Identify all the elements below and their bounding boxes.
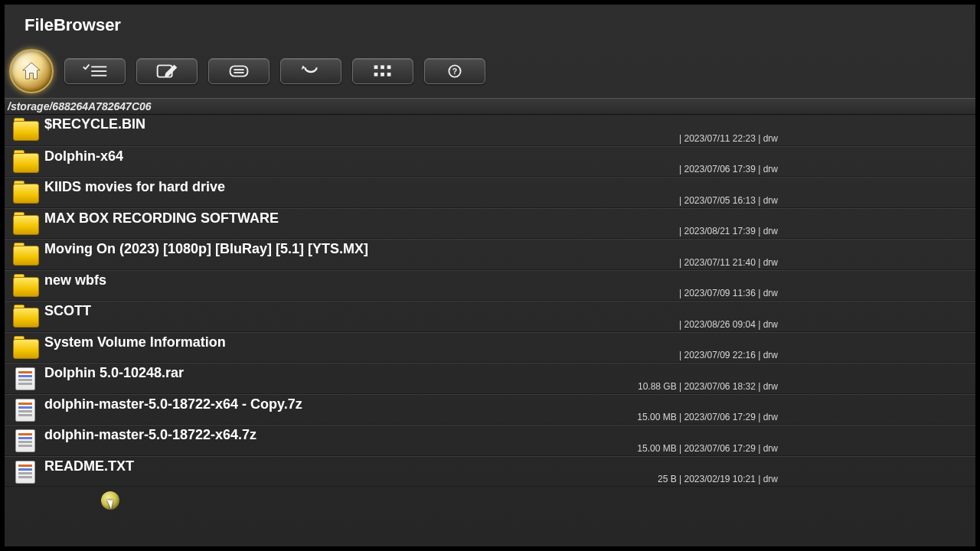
folder-row[interactable]: Dolphin-x64| 2023/07/06 17:39 | drw bbox=[5, 146, 975, 178]
item-meta: | 2023/07/11 21:40 | drw bbox=[472, 257, 778, 268]
folder-row[interactable]: KIIDS movies for hard drive| 2023/07/05 … bbox=[5, 177, 975, 208]
folder-icon bbox=[11, 115, 40, 145]
svg-rect-12 bbox=[387, 73, 391, 77]
folder-icon bbox=[11, 333, 40, 364]
app-title: FileBrowser bbox=[5, 5, 975, 49]
folder-icon bbox=[11, 240, 40, 270]
item-meta: 25 B | 2023/02/19 10:21 | drw bbox=[472, 474, 778, 484]
folder-icon bbox=[11, 147, 40, 178]
svg-rect-8 bbox=[381, 65, 384, 69]
item-meta: 15.00 MB | 2023/07/06 17:29 | drw bbox=[472, 412, 778, 422]
select-mode-button[interactable] bbox=[64, 58, 126, 84]
help-icon: ? bbox=[440, 63, 469, 80]
details-icon bbox=[224, 63, 253, 80]
svg-rect-10 bbox=[374, 73, 378, 77]
item-meta: 15.00 MB | 2023/07/06 17:29 | drw bbox=[472, 443, 778, 454]
folder-row[interactable]: SCOTT| 2023/08/26 09:04 | drw bbox=[5, 301, 975, 332]
item-meta: | 2023/07/09 22:16 | drw bbox=[472, 350, 778, 360]
file-row[interactable]: dolphin-master-5.0-18722-x64.7z15.00 MB … bbox=[5, 425, 975, 456]
back-icon bbox=[296, 63, 325, 80]
folder-row[interactable]: MAX BOX RECORDING SOFTWARE| 2023/08/21 1… bbox=[5, 208, 975, 240]
item-name: README.TXT bbox=[40, 457, 975, 474]
svg-rect-9 bbox=[387, 65, 391, 69]
folder-icon bbox=[11, 302, 40, 332]
details-button[interactable] bbox=[208, 58, 270, 84]
file-icon bbox=[11, 395, 40, 425]
svg-rect-7 bbox=[374, 65, 378, 69]
file-icon bbox=[11, 364, 40, 394]
file-row[interactable]: Dolphin 5.0-10248.rar10.88 GB | 2023/07/… bbox=[5, 363, 975, 394]
file-icon bbox=[11, 457, 40, 487]
toolbar: ? bbox=[5, 49, 975, 98]
folder-row[interactable]: System Volume Information| 2023/07/09 22… bbox=[5, 332, 975, 364]
item-name: $RECYCLE.BIN bbox=[40, 115, 975, 132]
svg-rect-4 bbox=[230, 66, 248, 76]
home-button[interactable] bbox=[9, 49, 54, 93]
folder-row[interactable]: Moving On (2023) [1080p] [BluRay] [5.1] … bbox=[5, 239, 975, 270]
checklist-icon bbox=[80, 63, 109, 80]
item-name: SCOTT bbox=[40, 302, 975, 319]
folder-row[interactable]: new wbfs| 2023/07/09 11:36 | drw bbox=[5, 270, 975, 302]
item-meta: 10.88 GB | 2023/07/06 18:32 | drw bbox=[472, 381, 778, 392]
item-name: new wbfs bbox=[40, 271, 975, 289]
folder-row[interactable]: $RECYCLE.BIN| 2023/07/11 22:23 | drw bbox=[5, 115, 975, 146]
file-list[interactable]: $RECYCLE.BIN| 2023/07/11 22:23 | drwDolp… bbox=[5, 115, 975, 487]
item-meta: | 2023/08/26 09:04 | drw bbox=[472, 319, 778, 330]
edit-icon bbox=[152, 63, 181, 80]
item-name: KIIDS movies for hard drive bbox=[40, 178, 975, 195]
item-meta: | 2023/08/21 17:39 | drw bbox=[472, 226, 778, 236]
mouse-cursor bbox=[101, 491, 119, 510]
item-meta: | 2023/07/06 17:39 | drw bbox=[472, 164, 778, 174]
svg-rect-11 bbox=[381, 73, 384, 77]
item-name: dolphin-master-5.0-18722-x64.7z bbox=[40, 425, 975, 443]
item-name: MAX BOX RECORDING SOFTWARE bbox=[40, 209, 975, 227]
item-meta: | 2023/07/05 16:13 | drw bbox=[472, 195, 778, 206]
item-meta: | 2023/07/09 11:36 | drw bbox=[472, 288, 778, 298]
item-name: Dolphin-x64 bbox=[40, 147, 975, 165]
item-name: Dolphin 5.0-10248.rar bbox=[40, 364, 975, 381]
grid-view-button[interactable] bbox=[352, 58, 413, 84]
grid-icon bbox=[368, 63, 397, 80]
item-name: Moving On (2023) [1080p] [BluRay] [5.1] … bbox=[40, 240, 975, 257]
file-row[interactable]: README.TXT25 B | 2023/02/19 10:21 | drw bbox=[5, 456, 975, 487]
folder-icon bbox=[11, 209, 40, 240]
file-icon bbox=[11, 425, 40, 456]
app-window: FileBrowser bbox=[5, 5, 975, 546]
folder-icon bbox=[11, 178, 40, 208]
item-meta: | 2023/07/11 22:23 | drw bbox=[472, 133, 778, 144]
item-name: dolphin-master-5.0-18722-x64 - Copy.7z bbox=[40, 395, 975, 412]
svg-text:?: ? bbox=[452, 67, 457, 76]
help-button[interactable]: ? bbox=[424, 58, 485, 84]
file-row[interactable]: dolphin-master-5.0-18722-x64 - Copy.7z15… bbox=[5, 394, 975, 425]
edit-button[interactable] bbox=[136, 58, 198, 84]
back-button[interactable] bbox=[280, 58, 341, 84]
current-path: /storage/688264A782647C06 bbox=[5, 98, 975, 115]
home-icon bbox=[20, 60, 43, 83]
folder-icon bbox=[11, 271, 40, 302]
item-name: System Volume Information bbox=[40, 333, 975, 350]
